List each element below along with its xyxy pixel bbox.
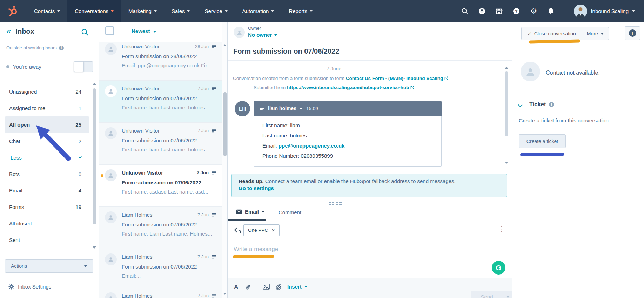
inbox-search-icon[interactable] [81, 28, 89, 36]
conversation-list-item[interactable]: Liam Holmes 7 Jun Form submission on 07/… [99, 207, 222, 249]
reply-arrow-icon [233, 226, 242, 234]
nav-item-reports[interactable]: Reports [281, 0, 320, 22]
conversation-list-item[interactable]: Unknown Visitor 7 Jun Form submission on… [99, 81, 222, 123]
collapse-sidebar-icon[interactable]: « [6, 27, 11, 35]
grammarly-icon[interactable]: G [492, 261, 505, 275]
owner-dropdown[interactable]: No owner [248, 32, 277, 38]
info-icon[interactable]: i [549, 102, 554, 107]
person-icon [107, 256, 114, 263]
attach-file-icon[interactable] [275, 283, 281, 290]
info-icon[interactable]: i [59, 46, 64, 50]
sidebar-item-label: Forms [9, 204, 24, 210]
form-link[interactable]: Contact Us Form - (MAIN)- Inbound Scalin… [346, 76, 443, 81]
sidebar-scrollbar[interactable] [93, 88, 96, 224]
sidebar-item-bots[interactable]: Bots 0 [5, 166, 89, 182]
scroll-up-icon[interactable] [223, 44, 227, 46]
conversation-list-item[interactable]: Unknown Visitor 28 Jun Form submission o… [99, 42, 222, 81]
conversation-list-item[interactable]: Liam Holmes 7 Jun [99, 291, 222, 298]
contact-avatar [105, 211, 117, 223]
scroll-down-icon[interactable] [223, 293, 227, 295]
banner-bold: Heads up. [239, 178, 264, 184]
chevron-down-icon [57, 10, 60, 12]
conversation-list-item[interactable]: Unknown Visitor 7 Jun Form submission on… [99, 165, 222, 207]
scroll-up-icon[interactable] [93, 83, 96, 85]
scroll-up-icon[interactable] [505, 67, 508, 69]
submitted-url-link[interactable]: https://www.inboundscaling.com/hubspot-s… [287, 85, 409, 90]
date-divider: 7 June [233, 66, 435, 72]
upgrade-icon[interactable] [478, 7, 486, 15]
insert-image-icon[interactable] [263, 284, 270, 290]
chevron-down-icon [225, 10, 228, 12]
sidebar-item-email[interactable]: Email 4 [5, 182, 89, 199]
close-conversation-button[interactable]: ✓ Close conversation [521, 27, 582, 40]
nav-item-label: Service [204, 8, 222, 14]
more-options-icon[interactable]: ⋮ [498, 225, 505, 233]
sidebar-item-sent[interactable]: Sent [5, 232, 89, 248]
email-link[interactable]: ppc@oneppcagency.co.uk [279, 143, 345, 149]
conversation-list-item[interactable]: Liam Holmes 7 Jun Form submission on 07/… [99, 249, 222, 291]
account-menu[interactable]: Inbound Scaling [574, 5, 635, 18]
toggle-knob[interactable] [74, 61, 84, 72]
tab-email[interactable]: Email [236, 209, 264, 215]
nav-item-automation[interactable]: Automation [235, 0, 282, 22]
conversation-list-scrollbar[interactable] [223, 92, 227, 156]
nav-item-marketing[interactable]: Marketing [121, 0, 164, 22]
select-all-checkbox[interactable] [105, 26, 114, 35]
envelope-icon [236, 209, 242, 214]
nav-item-conversations[interactable]: Conversations [67, 0, 121, 22]
details-info-button[interactable]: i [625, 26, 640, 40]
marketplace-icon[interactable] [495, 7, 503, 15]
person-icon [107, 88, 114, 95]
scroll-down-icon[interactable] [505, 162, 508, 164]
ticket-collapse-icon[interactable] [518, 103, 523, 107]
settings-icon[interactable]: ⚙ [530, 7, 537, 15]
scroll-down-icon[interactable] [93, 246, 96, 249]
sidebar-item-count: 25 [75, 122, 81, 128]
form-field-text: First name: liam [262, 122, 300, 128]
sender-name: liam holmes [268, 106, 296, 111]
chevron-down-icon [300, 108, 302, 110]
insert-link-icon[interactable] [244, 284, 251, 291]
sidebar-item-all-closed[interactable]: All closed [5, 215, 89, 232]
sort-dropdown[interactable]: Newest [132, 28, 156, 34]
conversation-list-item[interactable]: Unknown Visitor 7 Jun Form submission on… [99, 123, 222, 165]
tab-comment[interactable]: Comment [279, 209, 301, 215]
notifications-icon[interactable] [547, 7, 555, 15]
go-to-settings-link[interactable]: Go to settings [239, 185, 499, 191]
composer-tabs: Email Comment [228, 204, 512, 221]
conversation-contact-name: Unknown Visitor [122, 43, 160, 49]
actions-dropdown[interactable]: Actions [5, 259, 93, 273]
nav-item-sales[interactable]: Sales [164, 0, 197, 22]
contact-unavailable-text: Contact not available. [546, 70, 600, 76]
sidebar-item-unassigned[interactable]: Unassigned 24 [5, 83, 89, 100]
nav-item-service[interactable]: Service [197, 0, 235, 22]
hubspot-logo-icon[interactable] [7, 5, 19, 17]
conversation-date: 7 Jun [197, 170, 209, 175]
remove-recipient-icon[interactable]: ✕ [271, 228, 275, 233]
availability-toggle[interactable] [74, 61, 93, 72]
heads-up-banner: Heads up. Connect a team email or enable… [231, 174, 507, 197]
create-ticket-button[interactable]: Create a ticket [519, 134, 566, 148]
recipient-chip[interactable]: One PPC ✕ [243, 224, 280, 236]
send-button[interactable]: Send [471, 291, 503, 298]
more-button[interactable]: More [582, 27, 609, 40]
message-header[interactable]: liam holmes 15:09 [254, 101, 442, 116]
text-format-icon[interactable]: A [234, 284, 238, 291]
help-icon[interactable]: ? [512, 7, 520, 15]
form-channel-icon [211, 44, 216, 49]
chevron-down-icon [153, 31, 156, 33]
inbox-settings-button[interactable]: Inbox Settings [8, 284, 51, 290]
form-submission-message: liam holmes 15:09 First name: liam Last … [254, 101, 442, 167]
conversation-contact-name: Liam Holmes [122, 254, 153, 260]
sidebar-item-forms[interactable]: Forms 19 [5, 199, 89, 215]
search-icon[interactable] [461, 7, 469, 15]
nav-item-contacts[interactable]: Contacts [27, 0, 67, 22]
send-options-button[interactable] [503, 291, 512, 298]
conversation-date: 7 Jun [197, 212, 209, 217]
message-input[interactable]: Write a message [234, 246, 278, 253]
thread-scrollbar[interactable] [505, 71, 508, 136]
sidebar-item-label: Chat [9, 138, 20, 144]
nav-item-label: Automation [242, 8, 269, 14]
insert-dropdown[interactable]: Insert [287, 284, 307, 290]
sidebar-item-assigned-to-me[interactable]: Assigned to me 1 [5, 100, 89, 116]
